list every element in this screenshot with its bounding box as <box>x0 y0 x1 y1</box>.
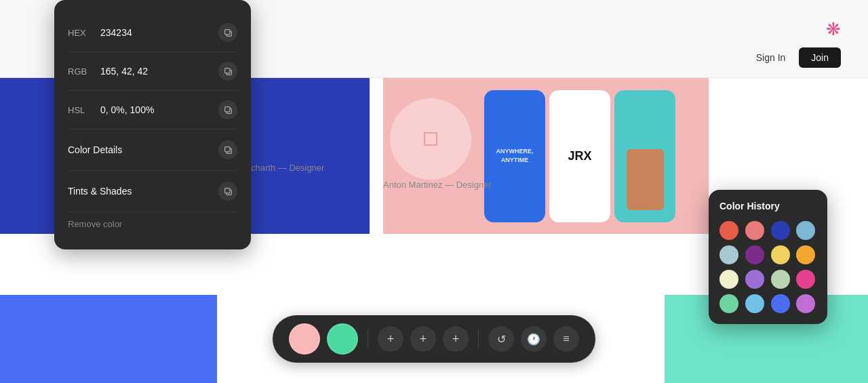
add-color-button-1[interactable]: + <box>378 326 403 352</box>
rgb-value: 165, 42, 42 <box>100 66 218 77</box>
svg-rect-1 <box>224 29 229 34</box>
bottom-blue <box>0 295 217 383</box>
phone-screen-3 <box>614 90 675 222</box>
phones-container: ANYWHERE,ANYTIME JRX <box>484 90 675 222</box>
phone-2: JRX <box>549 90 610 222</box>
svg-rect-9 <box>224 188 229 193</box>
remove-color-button[interactable]: Remove color <box>68 212 122 236</box>
history-swatch-10[interactable] <box>745 270 764 289</box>
hex-value: 234234 <box>100 27 218 38</box>
clock-icon: 🕐 <box>527 333 540 346</box>
tints-shades-row[interactable]: Tints & Shades <box>68 171 237 212</box>
copy-icon-rgb <box>224 67 233 76</box>
hsl-row: HSL 0, 0%, 100% <box>68 91 237 129</box>
hex-row: HEX 234234 <box>68 14 237 52</box>
svg-rect-5 <box>224 106 229 111</box>
color-details-row[interactable]: Color Details <box>68 129 237 171</box>
color-toolbar: + + + ↺ 🕐 ≡ <box>273 315 595 363</box>
phone-screen-2: JRX <box>549 90 610 222</box>
toolbar-swatch-1[interactable] <box>289 323 320 355</box>
copy-icon-details <box>224 146 233 155</box>
copy-icon <box>224 28 233 37</box>
history-swatch-9[interactable] <box>719 270 738 289</box>
svg-rect-3 <box>224 68 229 73</box>
history-swatch-2[interactable] <box>745 221 764 240</box>
hsl-copy-button[interactable] <box>218 100 237 119</box>
phone-3 <box>614 90 675 222</box>
join-button[interactable]: Join <box>799 47 841 68</box>
navbar-actions: Sign In Join <box>749 47 841 68</box>
history-button[interactable]: 🕐 <box>521 326 547 352</box>
history-swatch-1[interactable] <box>719 221 738 240</box>
phone-screen-1: ANYWHERE,ANYTIME <box>484 90 545 222</box>
sign-in-button[interactable]: Sign In <box>749 48 793 67</box>
history-swatch-13[interactable] <box>719 294 738 313</box>
history-swatch-12[interactable] <box>796 270 815 289</box>
history-swatch-16[interactable] <box>796 294 815 313</box>
history-swatch-4[interactable] <box>796 221 815 240</box>
pink-circle <box>390 98 471 180</box>
history-swatch-3[interactable] <box>771 221 790 240</box>
history-grid <box>719 221 816 313</box>
history-swatch-7[interactable] <box>771 245 790 264</box>
color-details-copy-button[interactable] <box>218 140 237 159</box>
rgb-row: RGB 165, 42, 42 <box>68 52 237 91</box>
rgb-copy-button[interactable] <box>218 62 237 81</box>
add2-label: + <box>420 333 427 345</box>
history-swatch-15[interactable] <box>771 294 790 313</box>
copy-icon-hsl <box>224 106 233 115</box>
menu-icon: ≡ <box>563 333 569 345</box>
color-picker-panel: HEX 234234 RGB 165, 42, 42 HSL 0, 0%, 10… <box>54 0 251 249</box>
rgb-label: RGB <box>68 66 94 77</box>
hex-label: HEX <box>68 28 94 38</box>
add-color-button-3[interactable]: + <box>443 326 469 352</box>
site-logo: ❋ <box>826 19 841 40</box>
history-swatch-14[interactable] <box>745 294 764 313</box>
history-swatch-11[interactable] <box>771 270 790 289</box>
refresh-icon: ↺ <box>497 333 506 346</box>
hsl-label: HSL <box>68 105 94 115</box>
menu-button[interactable]: ≡ <box>553 326 579 352</box>
color-history-panel: Color History <box>709 190 827 324</box>
artist-name-1: charth — Designer <box>251 163 324 173</box>
svg-rect-7 <box>224 146 229 151</box>
add-color-button-2[interactable]: + <box>410 326 436 352</box>
tints-shades-copy-button[interactable] <box>218 182 237 201</box>
toolbar-divider-1 <box>368 329 368 348</box>
copy-icon-tints <box>224 187 233 196</box>
refresh-button[interactable]: ↺ <box>488 326 514 352</box>
jrx-text: JRX <box>568 149 591 163</box>
history-swatch-8[interactable] <box>796 245 815 264</box>
artist2-role: — Designer <box>445 180 492 190</box>
color-details-label: Color Details <box>68 144 122 155</box>
history-title: Color History <box>719 201 816 211</box>
artist-name-2: Anton Martinez — Designer <box>383 180 492 190</box>
artist1-role: — Designer <box>278 163 325 173</box>
history-swatch-5[interactable] <box>719 245 738 264</box>
hex-copy-button[interactable] <box>218 23 237 42</box>
add1-label: + <box>387 333 395 345</box>
artist1-name: charth <box>251 163 275 173</box>
circle-square <box>424 132 437 146</box>
artist2-name: Anton Martinez <box>383 180 442 190</box>
hsl-value: 0, 0%, 100% <box>100 104 218 115</box>
phone-section: ANYWHERE,ANYTIME JRX <box>383 78 709 234</box>
history-swatch-6[interactable] <box>745 245 764 264</box>
add3-label: + <box>452 333 460 345</box>
phone-1: ANYWHERE,ANYTIME <box>484 90 545 222</box>
logo-icon: ❋ <box>826 19 841 39</box>
toolbar-divider-2 <box>478 329 479 348</box>
toolbar-swatch-2[interactable] <box>327 323 358 355</box>
tints-shades-label: Tints & Shades <box>68 186 132 197</box>
